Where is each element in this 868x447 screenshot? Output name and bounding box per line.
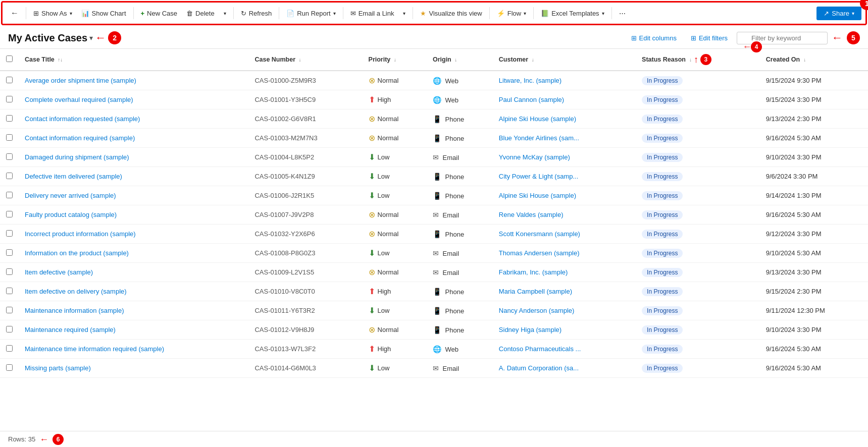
customer-link[interactable]: Sidney Higa (sample) [499, 326, 561, 333]
customer-link[interactable]: Paul Cannon (sample) [499, 96, 564, 103]
row-checkbox[interactable] [6, 326, 13, 332]
delete-more-button[interactable]: ▾ [220, 8, 230, 19]
title-chevron-icon[interactable]: ▾ [89, 34, 93, 42]
row-checkbox[interactable] [6, 77, 13, 83]
row-checkbox-cell[interactable] [0, 282, 19, 301]
case-title-link[interactable]: Missing parts (sample) [25, 364, 91, 372]
row-checkbox-cell[interactable] [0, 148, 19, 167]
separator-1 [26, 7, 26, 19]
case-title-link[interactable]: Item defective on delivery (sample) [25, 288, 127, 295]
customer-link[interactable]: Scott Konersmann (sample) [499, 230, 580, 238]
row-checkbox-cell[interactable] [0, 71, 19, 90]
case-number-cell: CAS-01010-V8C0T0 [248, 282, 362, 301]
customer-link[interactable]: Rene Valdes (sample) [499, 211, 564, 218]
case-title-link[interactable]: Average order shipment time (sample) [25, 77, 136, 84]
case-title-link[interactable]: Information on the product (sample) [25, 249, 129, 257]
row-checkbox-cell[interactable] [0, 244, 19, 263]
customer-link[interactable]: Fabrikam, Inc. (sample) [499, 268, 568, 276]
visualize-button[interactable]: ★ Visualize this view [416, 7, 486, 20]
row-checkbox[interactable] [6, 345, 13, 352]
row-checkbox-cell[interactable] [0, 129, 19, 148]
flow-button[interactable]: ⚡ Flow ▾ [493, 7, 530, 20]
customer-link[interactable]: Alpine Ski House (sample) [499, 115, 576, 123]
row-checkbox-cell[interactable] [0, 263, 19, 282]
row-checkbox[interactable] [6, 192, 13, 198]
case-title-link[interactable]: Contact information requested (sample) [25, 115, 140, 123]
customer-link[interactable]: Contoso Pharmaceuticals ... [499, 345, 581, 353]
edit-columns-button[interactable]: ⊞ Edit columns [626, 32, 682, 44]
col-case-title[interactable]: Case Title ↑↓ [19, 49, 248, 71]
row-checkbox-cell[interactable] [0, 186, 19, 205]
customer-link[interactable]: Yvonne McKay (sample) [499, 153, 570, 161]
row-checkbox[interactable] [6, 230, 13, 237]
email-link-button[interactable]: ✉ Email a Link [346, 7, 398, 20]
customer-link[interactable]: A. Datum Corporation (sa... [499, 364, 579, 372]
case-title-link[interactable]: Maintenance time information required (s… [25, 345, 164, 353]
col-created-on[interactable]: Created On ↓ [760, 49, 868, 71]
row-checkbox-cell[interactable] [0, 167, 19, 186]
select-all-checkbox[interactable] [6, 55, 13, 62]
case-title-link[interactable]: Damaged during shipment (sample) [25, 153, 129, 161]
row-checkbox[interactable] [6, 211, 13, 217]
row-checkbox[interactable] [6, 288, 13, 294]
customer-link[interactable]: Litware, Inc. (sample) [499, 77, 561, 84]
row-checkbox-cell[interactable] [0, 109, 19, 129]
customer-cell: City Power & Light (samp... [493, 167, 636, 186]
created-on-value: 9/15/2024 3:30 PM [766, 96, 822, 103]
row-checkbox[interactable] [6, 249, 13, 256]
row-checkbox-cell[interactable] [0, 301, 19, 320]
refresh-button[interactable]: ↻ Refresh [237, 7, 276, 20]
row-checkbox[interactable] [6, 364, 13, 371]
origin-text: Email [443, 250, 459, 257]
row-checkbox-cell[interactable] [0, 320, 19, 340]
row-checkbox-cell[interactable] [0, 205, 19, 225]
row-checkbox[interactable] [6, 153, 13, 160]
row-checkbox[interactable] [6, 115, 13, 122]
row-checkbox[interactable] [6, 268, 13, 275]
cases-table: Case Title ↑↓ Case Number ↓ Priority ↓ O… [0, 49, 868, 378]
customer-link[interactable]: Alpine Ski House (sample) [499, 192, 576, 199]
case-title-link[interactable]: Defective item delivered (sample) [25, 173, 122, 180]
run-report-button[interactable]: 📄 Run Report ▾ [282, 7, 339, 20]
col-customer[interactable]: Customer ↓ [493, 49, 636, 71]
customer-link[interactable]: Maria Campbell (sample) [499, 288, 572, 295]
col-priority[interactable]: Priority ↓ [363, 49, 427, 71]
customer-link[interactable]: Blue Yonder Airlines (sam... [499, 134, 579, 142]
col-status-reason[interactable]: Status Reason ↓ ↑ 3 [636, 49, 760, 71]
case-title-link[interactable]: Maintenance information (sample) [25, 307, 124, 314]
case-title-link[interactable]: Contact information required (sample) [25, 134, 135, 142]
row-checkbox-cell[interactable] [0, 225, 19, 244]
case-title-link[interactable]: Item defective (sample) [25, 268, 93, 276]
email-more-button[interactable]: ▾ [399, 8, 410, 19]
show-chart-button[interactable]: 📊 Show Chart [77, 7, 130, 20]
chevron-down-icon-5: ▾ [524, 11, 526, 16]
col-origin[interactable]: Origin ↓ [427, 49, 493, 71]
customer-link[interactable]: Nancy Anderson (sample) [499, 307, 575, 314]
show-as-button[interactable]: ⊞ Show As ▾ [29, 7, 76, 20]
priority-text: Low [378, 249, 390, 257]
select-all-header[interactable] [0, 49, 19, 71]
row-checkbox-cell[interactable] [0, 90, 19, 109]
new-case-button[interactable]: + New Case [137, 7, 182, 20]
row-checkbox[interactable] [6, 134, 13, 141]
case-title-link[interactable]: Complete overhaul required (sample) [25, 96, 133, 103]
case-title-link[interactable]: Delivery never arrived (sample) [25, 192, 116, 199]
row-checkbox[interactable] [6, 96, 13, 102]
edit-filters-button[interactable]: ⊞ Edit filters [686, 32, 733, 44]
case-title-link[interactable]: Faulty product catalog (sample) [25, 211, 117, 218]
row-checkbox[interactable] [6, 307, 13, 313]
excel-templates-button[interactable]: 📗 Excel Templates ▾ [537, 7, 608, 20]
case-title-link[interactable]: Maintenance required (sample) [25, 326, 116, 333]
toolbar: ← ⊞ Show As ▾ 📊 Show Chart + New Case 🗑 … [1, 1, 867, 25]
customer-link[interactable]: City Power & Light (samp... [499, 173, 579, 180]
customer-link[interactable]: Thomas Andersen (sample) [499, 249, 580, 257]
more-button[interactable]: ⋯ [615, 7, 630, 20]
share-button[interactable]: ↗ Share ▾ [816, 7, 861, 20]
row-checkbox-cell[interactable] [0, 359, 19, 378]
back-button[interactable]: ← [7, 6, 23, 20]
row-checkbox-cell[interactable] [0, 340, 19, 359]
row-checkbox[interactable] [6, 173, 13, 179]
case-title-link[interactable]: Incorrect product information (sample) [25, 230, 136, 238]
col-case-number[interactable]: Case Number ↓ [248, 49, 362, 71]
delete-button[interactable]: 🗑 Delete [182, 7, 219, 20]
